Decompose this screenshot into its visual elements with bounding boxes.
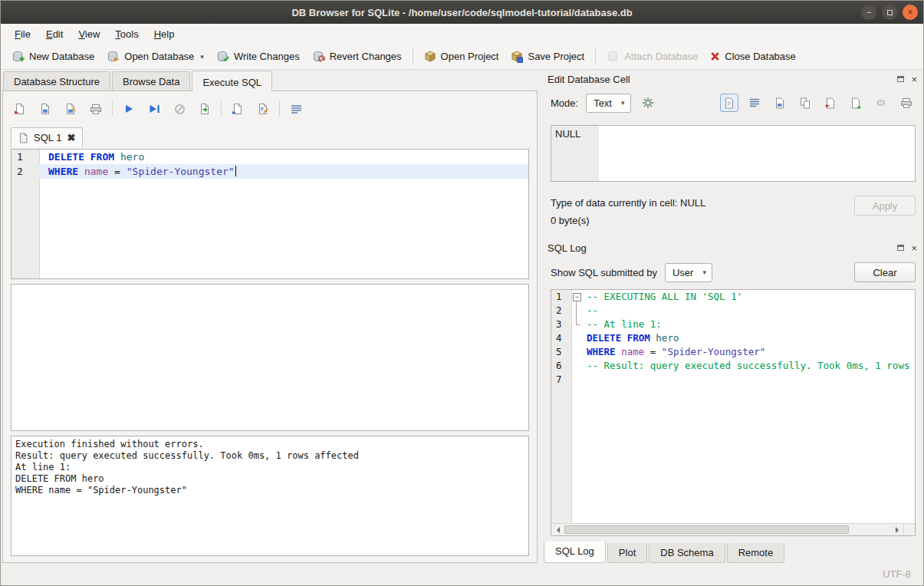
export-results-button[interactable] [196, 100, 214, 118]
write-changes-button[interactable]: Write Changes [210, 47, 306, 67]
close-button[interactable]: × [903, 5, 918, 20]
sql-log-dock-header: SQL Log × [543, 239, 923, 257]
word-wrap-toggle-button[interactable] [745, 94, 764, 112]
token: -- EXECUTING ALL IN 'SQL 1' [587, 291, 742, 302]
menu-help[interactable]: Help [146, 25, 182, 43]
fold-guide [571, 345, 583, 359]
tab-sql-log[interactable]: SQL Log [544, 542, 606, 563]
save-results-button[interactable] [229, 100, 247, 118]
fold-collapse-icon[interactable] [571, 290, 583, 304]
close-icon: × [907, 8, 912, 17]
stop-execution-button[interactable] [170, 100, 189, 118]
scroll-right-icon[interactable] [891, 524, 903, 536]
scrollbar-track[interactable] [564, 524, 891, 535]
apply-button[interactable]: Apply [854, 196, 916, 216]
minimize-icon: − [866, 8, 871, 17]
close-dock-icon[interactable]: × [911, 74, 917, 84]
text-caret [235, 166, 237, 176]
text-mode-button[interactable] [720, 94, 738, 112]
close-database-button[interactable]: Close Database [704, 47, 802, 66]
fold-guide [571, 359, 583, 373]
log-horizontal-scrollbar[interactable] [551, 523, 915, 535]
edit-cell-title: Edit Database Cell [547, 74, 897, 85]
log-filter-combobox[interactable]: User ▾ [665, 263, 712, 282]
set-null-icon [876, 98, 886, 107]
menu-view[interactable]: View [71, 25, 107, 43]
clear-log-button[interactable]: Clear [854, 262, 916, 282]
close-tab-icon[interactable]: ✖ [67, 133, 75, 143]
save-sql-as-icon [64, 103, 77, 115]
save-sql-file-icon [39, 103, 51, 115]
code-line: 7 [551, 373, 915, 387]
execute-current-line-button[interactable] [145, 100, 163, 118]
toolbar-separator [413, 48, 413, 65]
close-database-icon [710, 51, 720, 61]
tab-db-schema[interactable]: DB Schema [649, 543, 725, 563]
line-number: 1 [12, 150, 39, 164]
open-database-caret-icon[interactable]: ▾ [200, 53, 204, 61]
float-dock-icon[interactable] [897, 76, 904, 82]
code-text: -- Result: query executed successfully. … [583, 359, 915, 373]
open-project-button[interactable]: Open Project [418, 47, 505, 67]
revert-changes-button[interactable]: Revert Changes [306, 47, 408, 67]
align-justify-icon [749, 98, 760, 107]
menu-file[interactable]: File [7, 25, 38, 43]
open-project-icon [424, 51, 436, 63]
message-line: Execution finished without errors. [15, 439, 524, 450]
sql-tab-label: SQL 1 [34, 132, 61, 143]
execute-all-button[interactable] [120, 100, 138, 118]
copy-cell-data-button[interactable] [796, 94, 814, 112]
menu-tools[interactable]: Tools [107, 25, 146, 43]
word-wrap-button[interactable] [287, 100, 305, 118]
app-window: DB Browser for SQLite - /home/user/code/… [0, 0, 924, 586]
tab-execute-sql[interactable]: Execute SQL [192, 71, 272, 91]
message-line: DELETE FROM hero [15, 473, 524, 485]
token: hero [656, 332, 679, 344]
minimize-button[interactable]: − [861, 5, 876, 20]
tab-remote[interactable]: Remote [727, 543, 785, 563]
code-text: -- [583, 304, 915, 318]
scrollbar-corner [903, 524, 915, 536]
float-dock-icon[interactable] [897, 245, 904, 251]
cell-settings-button[interactable] [639, 94, 657, 112]
tab-database-structure[interactable]: Database Structure [3, 71, 110, 91]
save-sql-file-button[interactable] [36, 100, 54, 118]
set-null-button[interactable] [872, 94, 890, 112]
scrollbar-thumb[interactable] [564, 525, 849, 534]
maximize-button[interactable] [882, 5, 897, 20]
export-cell-data-button[interactable] [847, 94, 865, 112]
sql-file-icon [18, 133, 28, 143]
token: "Spider-Youngster" [662, 346, 765, 357]
mode-combobox[interactable]: Text ▾ [586, 94, 630, 113]
tab-plot[interactable]: Plot [607, 543, 647, 563]
close-database-label: Close Database [725, 51, 796, 62]
scroll-left-icon[interactable] [551, 524, 564, 536]
sql-1-tab[interactable]: SQL 1 ✖ [11, 127, 83, 147]
save-project-button[interactable]: Save Project [505, 47, 590, 67]
menu-edit[interactable]: Edit [38, 25, 71, 43]
print-sql-button[interactable] [87, 100, 105, 118]
execute-sql-panel: SQL 1 ✖ 1DELETE FROM hero2WHERE name = "… [2, 91, 538, 563]
tab-browse-data[interactable]: Browse Data [112, 71, 190, 91]
import-cell-data-button[interactable] [821, 94, 840, 112]
token: -- [587, 305, 598, 316]
format-sql-button[interactable] [254, 100, 272, 118]
message-line: At line 1: [15, 462, 524, 473]
cell-editor-textarea[interactable]: NULL [551, 125, 916, 182]
open-project-label: Open Project [441, 51, 499, 62]
sql-editor[interactable]: 1DELETE FROM hero2WHERE name = "Spider-Y… [11, 149, 529, 279]
code-text: DELETE FROM hero [39, 150, 528, 164]
new-database-button[interactable]: New Database [5, 47, 100, 67]
print-cell-button[interactable] [897, 94, 916, 112]
token: "Spider-Youngster" [127, 166, 235, 177]
open-sql-file-button[interactable] [11, 100, 29, 118]
open-cell-data-button[interactable] [771, 94, 789, 112]
print-icon [900, 97, 912, 109]
code-line: 5WHERE name = "Spider-Youngster" [551, 345, 915, 359]
save-sql-as-button[interactable] [61, 100, 80, 118]
window-title: DB Browser for SQLite - /home/user/code/… [291, 7, 632, 18]
attach-database-button[interactable]: Attach Database [600, 47, 704, 67]
close-dock-icon[interactable]: × [911, 243, 917, 253]
open-database-button[interactable]: Open Database ▾ [100, 47, 210, 67]
right-dock-area: Edit Database Cell × Mode: Text ▾ [543, 70, 923, 563]
